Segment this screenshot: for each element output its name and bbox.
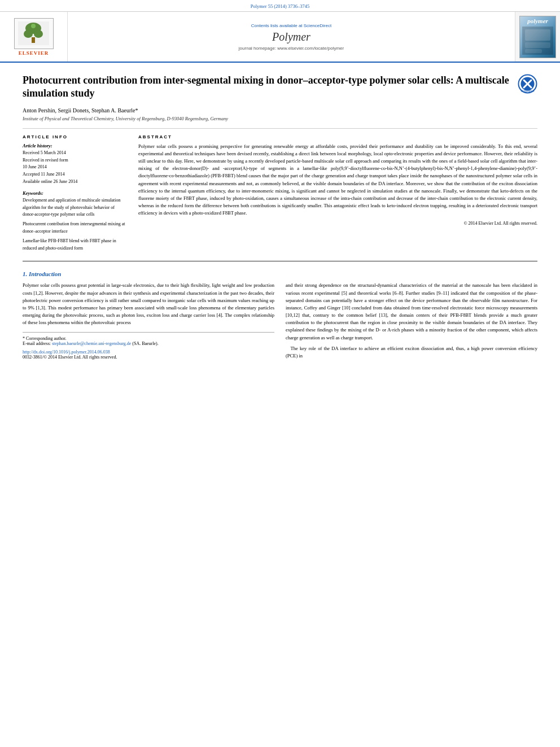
keywords-box: Keywords: Development and application of… <box>23 190 127 252</box>
abstract-label: ABSTRACT <box>138 134 537 139</box>
article-info-abstract-row: ARTICLE INFO Article history: Received 5… <box>23 134 537 252</box>
title-row: Photocurrent contribution from inter-seg… <box>23 74 537 107</box>
intro-left-text: Polymer solar cells possess great potent… <box>23 282 274 326</box>
sciencedirect-link-text[interactable]: ScienceDirect <box>304 23 331 28</box>
available-online-date: Available online 26 June 2014 <box>23 178 127 186</box>
article-history-label: Article history: <box>23 143 127 148</box>
article-title: Photocurrent contribution from inter-seg… <box>23 74 512 101</box>
elsevier-logo-area: ELSEVIER <box>0 12 68 62</box>
svg-rect-4 <box>32 37 35 43</box>
keyword-2: Photocurrent contribution from intersegm… <box>23 221 127 235</box>
polymer-cover-label: polymer <box>522 18 553 24</box>
keyword-3: Lamellar-like PFB-F8BT blend with F8BT p… <box>23 238 127 252</box>
corresponding-label: * Corresponding author. <box>23 336 67 341</box>
intro-para-1: Polymer solar cells possess great potent… <box>23 282 274 326</box>
svg-point-5 <box>31 24 36 28</box>
email-note: E-mail address: stephan.baeurle@chemie.u… <box>23 341 274 346</box>
intro-left-col: Polymer solar cells possess great potent… <box>23 282 274 363</box>
doi-link[interactable]: http://dx.doi.org/10.1016/j.polymer.2014… <box>23 350 110 355</box>
journal-cover-image: polymer <box>519 16 556 58</box>
intro-right-para-2: The key role of the DA interface to achi… <box>286 345 537 360</box>
introduction-section: 1. Introduction Polymer solar cells poss… <box>23 270 537 363</box>
intro-right-text: and their strong dependence on the struc… <box>286 282 537 360</box>
email-address[interactable]: stephan.baeurle@chemie.uni-regensburg.de <box>52 341 131 346</box>
crossmark-badge: CrossMark <box>518 74 537 94</box>
corresponding-note: * Corresponding author. <box>23 336 274 341</box>
header-divider <box>23 128 537 129</box>
abstract-text: Polymer solar cells possess a promising … <box>138 143 537 217</box>
svg-rect-7 <box>525 29 550 41</box>
elsevier-brand-text: ELSEVIER <box>19 50 49 56</box>
section-divider <box>23 261 537 261</box>
article-info-label: ARTICLE INFO <box>23 134 127 139</box>
journal-homepage-url: journal homepage: www.elsevier.com/locat… <box>239 46 344 51</box>
journal-center-info: Contents lists available at ScienceDirec… <box>68 12 515 62</box>
doi-area: http://dx.doi.org/10.1016/j.polymer.2014… <box>23 350 274 355</box>
svg-rect-9 <box>525 49 542 53</box>
copyright-notice: © 2014 Elsevier Ltd. All rights reserved… <box>138 221 537 226</box>
footnote-area: * Corresponding author. E-mail address: … <box>23 332 274 360</box>
email-suffix: (SA. Baeurle). <box>132 341 158 346</box>
email-label: E-mail address: <box>23 341 51 346</box>
elsevier-tree-icon <box>14 18 54 49</box>
keywords-label: Keywords: <box>23 190 127 196</box>
journal-thumbnail: polymer <box>515 12 560 62</box>
main-content: Photocurrent contribution from inter-seg… <box>0 63 560 374</box>
received-revised-label: Received in revised form <box>23 157 127 164</box>
intro-heading: 1. Introduction <box>23 270 537 277</box>
accepted-date: Accepted 11 June 2014 <box>23 171 127 178</box>
svg-text:CrossMark: CrossMark <box>520 89 535 93</box>
article-info-col: ARTICLE INFO Article history: Received 5… <box>23 134 127 252</box>
svg-point-2 <box>24 30 33 38</box>
affiliation: Institute of Physical and Theoretical Ch… <box>23 116 537 121</box>
received-date: Received 5 March 2014 <box>23 150 127 157</box>
svg-point-3 <box>34 30 43 38</box>
journal-header: ELSEVIER Contents lists available at Sci… <box>0 12 560 63</box>
keyword-1: Development and application of multiscal… <box>23 197 127 219</box>
issn-notice: 0032-3861/© 2014 Elsevier Ltd. All right… <box>23 355 274 360</box>
top-bar: Polymer 55 (2014) 3736–3745 <box>0 0 560 12</box>
abstract-col: ABSTRACT Polymer solar cells possess a p… <box>138 134 537 252</box>
received-revised-date: 10 June 2014 <box>23 164 127 171</box>
journal-title: Polymer <box>272 30 310 43</box>
sciencedirect-text: Contents lists available at ScienceDirec… <box>251 23 331 28</box>
intro-right-col: and their strong dependence on the struc… <box>286 282 537 363</box>
svg-rect-8 <box>525 42 550 48</box>
journal-volume-info: Polymer 55 (2014) 3736–3745 <box>251 3 310 9</box>
intro-right-para-1: and their strong dependence on the struc… <box>286 282 537 341</box>
authors: Anton Pershin, Sergii Donets, Stephan A.… <box>23 107 537 113</box>
elsevier-logo: ELSEVIER <box>14 18 54 56</box>
authors-text: Anton Pershin, Sergii Donets, Stephan A.… <box>23 107 138 113</box>
intro-body-two-col: Polymer solar cells possess great potent… <box>23 282 537 363</box>
